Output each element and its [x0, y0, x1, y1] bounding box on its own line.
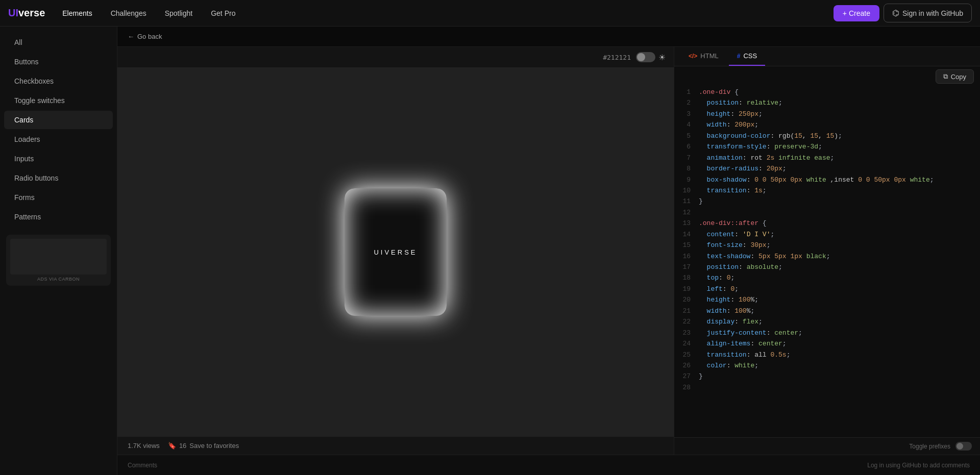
back-arrow-icon: ← — [128, 33, 134, 40]
code-line: 21 width: 100%; — [680, 306, 974, 316]
code-line: 17 position: absolute; — [680, 262, 974, 272]
code-line: 3 height: 250px; — [680, 109, 974, 119]
logo[interactable]: UIverse — [8, 7, 45, 19]
sidebar-item-forms[interactable]: Forms — [4, 188, 113, 207]
line-content: top: 0; — [699, 272, 734, 283]
code-line: 4 width: 200px; — [680, 119, 974, 130]
nav-getpro[interactable]: Get Pro — [204, 6, 242, 20]
theme-toggle[interactable]: ☀ — [636, 52, 666, 62]
card-element: UIVERSE — [345, 188, 447, 316]
preview-toolbar: #212121 ☀ — [117, 47, 674, 68]
code-line: 6 transform-style: preserve-3d; — [680, 141, 974, 152]
code-line: 2 position: relative; — [680, 97, 974, 108]
sidebar-item-buttons[interactable]: Buttons — [4, 53, 113, 71]
sidebar: All Buttons Checkboxes Toggle switches C… — [0, 27, 117, 475]
tab-html[interactable]: </> HTML — [680, 47, 727, 66]
code-line: 15 font-size: 30px; — [680, 240, 974, 251]
favorites-count: 16 — [179, 442, 186, 449]
line-content: .one-div::after { — [699, 218, 767, 229]
line-content: position: relative; — [699, 97, 782, 108]
code-line: 23 justify-content: center; — [680, 328, 974, 338]
line-content — [699, 207, 703, 218]
line-number: 19 — [680, 284, 691, 294]
copy-icon: ⧉ — [943, 72, 948, 81]
sidebar-item-inputs[interactable]: Inputs — [4, 149, 113, 168]
copy-button[interactable]: ⧉ Copy — [936, 69, 974, 84]
line-content: } — [699, 196, 703, 207]
github-signin-button[interactable]: ⌬ Sign in with GitHub — [884, 4, 972, 22]
nav-spotlight[interactable]: Spotlight — [158, 6, 200, 20]
preview-footer: 1.7K views 🔖 16 Save to favorites — [117, 436, 674, 455]
code-line: 14 content: 'D I V'; — [680, 229, 974, 240]
code-line: 7 animation: rot 2s infinite ease; — [680, 153, 974, 163]
sidebar-item-patterns[interactable]: Patterns — [4, 208, 113, 226]
login-label: Log in using GitHub to add comments — [867, 462, 970, 469]
preview-panel: #212121 ☀ UIVERSE — [117, 47, 674, 455]
code-line: 1.one-div { — [680, 87, 974, 97]
bottom-bar: Comments Log in using GitHub to add comm… — [117, 455, 980, 475]
toggle-prefixes-toggle[interactable] — [955, 442, 972, 451]
tab-css[interactable]: # CSS — [729, 47, 765, 66]
line-content: display: flex; — [699, 316, 763, 327]
sidebar-item-cards[interactable]: Cards — [4, 111, 113, 129]
code-line: 8 border-radius: 20px; — [680, 163, 974, 174]
theme-toggle-thumb — [637, 53, 645, 61]
line-content: background-color: rgb(15, 15, 15); — [699, 131, 842, 141]
card-text-label: UIVERSE — [374, 248, 417, 256]
save-to-favorites-button[interactable]: 🔖 16 Save to favorites — [168, 442, 239, 449]
line-number: 4 — [680, 119, 691, 130]
line-content: .one-div { — [699, 87, 739, 97]
comments-label: Comments — [128, 462, 157, 469]
line-number: 6 — [680, 141, 691, 152]
code-line: 28 — [680, 382, 974, 393]
line-content: transition: 1s; — [699, 185, 767, 196]
line-content: width: 100%; — [699, 306, 754, 316]
css-icon: # — [737, 53, 741, 60]
line-content: color: white; — [699, 360, 758, 371]
code-line: 11} — [680, 196, 974, 207]
sidebar-item-checkboxes[interactable]: Checkboxes — [4, 72, 113, 90]
line-number: 7 — [680, 153, 691, 163]
code-line: 12 — [680, 207, 974, 218]
sidebar-item-all[interactable]: All — [4, 33, 113, 52]
line-content: justify-content: center; — [699, 328, 802, 338]
sidebar-item-radio-buttons[interactable]: Radio buttons — [4, 169, 113, 187]
toggle-prefixes-label: Toggle prefixes — [909, 443, 950, 450]
nav-elements[interactable]: Elements — [55, 6, 99, 20]
line-number: 12 — [680, 207, 691, 218]
line-content: } — [699, 371, 703, 382]
line-number: 10 — [680, 185, 691, 196]
code-line: 9 box-shadow: 0 0 50px 0px white ,inset … — [680, 174, 974, 185]
code-toolbar: ⧉ Copy — [674, 66, 980, 87]
tab-css-label: CSS — [743, 52, 757, 60]
logo-ui-text: UI — [8, 7, 18, 19]
theme-toggle-track[interactable] — [636, 52, 655, 62]
code-line: 25 transition: all 0.5s; — [680, 349, 974, 360]
go-back-label: Go back — [137, 33, 162, 40]
content-area: #212121 ☀ UIVERSE — [117, 47, 980, 455]
sidebar-item-loaders[interactable]: Loaders — [4, 130, 113, 148]
code-line: 18 top: 0; — [680, 272, 974, 283]
line-number: 24 — [680, 338, 691, 349]
sidebar-item-toggle-switches[interactable]: Toggle switches — [4, 91, 113, 110]
go-back-button[interactable]: ← Go back — [117, 27, 980, 47]
toggle-prefixes-thumb — [957, 443, 963, 449]
sidebar-ad[interactable]: ADS VIA CARBON — [6, 235, 111, 286]
tab-html-label: HTML — [700, 52, 718, 60]
line-number: 16 — [680, 251, 691, 262]
code-line: 24 align-items: center; — [680, 338, 974, 349]
line-content: transition: all 0.5s; — [699, 349, 790, 360]
line-content: border-radius: 20px; — [699, 163, 787, 174]
nav-challenges[interactable]: Challenges — [104, 6, 154, 20]
line-number: 20 — [680, 294, 691, 305]
line-content: position: absolute; — [699, 262, 782, 272]
main-content: ← Go back #212121 ☀ — [117, 27, 980, 475]
line-number: 13 — [680, 218, 691, 229]
create-button[interactable]: + Create — [834, 5, 879, 21]
code-line: 5 background-color: rgb(15, 15, 15); — [680, 131, 974, 141]
line-content: content: 'D I V'; — [699, 229, 774, 240]
code-body[interactable]: 1.one-div {2 position: relative;3 height… — [674, 87, 980, 437]
favorites-label: Save to favorites — [189, 442, 239, 449]
code-line: 10 transition: 1s; — [680, 185, 974, 196]
line-content: font-size: 30px; — [699, 240, 770, 251]
